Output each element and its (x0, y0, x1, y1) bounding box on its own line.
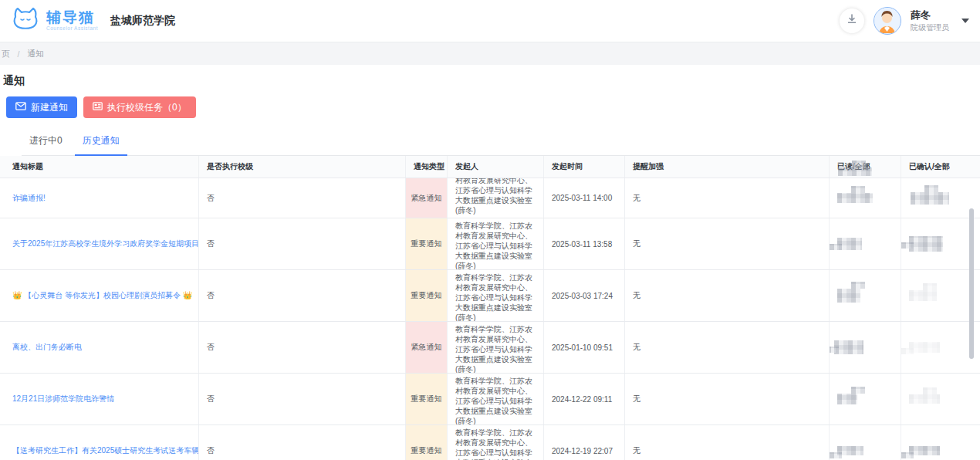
caret-down-icon[interactable] (961, 19, 969, 23)
initiator-cell: 教育科学学院、江苏农村教育发展研究中心、江苏省心理与认知科学大数据重点建设实验室… (448, 374, 544, 424)
censored-confirm-value (909, 446, 940, 455)
censored-confirm-value (911, 192, 949, 205)
censored-confirm-value (909, 342, 940, 353)
notice-type-badge: 重要通知 (406, 374, 448, 424)
initiator-text: 教育科学学院、江苏农村教育发展研究中心、江苏省心理与认知科学大数据重点建设实验室… (455, 324, 536, 373)
notice-type-badge: 紧急通知 (406, 178, 448, 218)
censored-read-value (837, 289, 860, 303)
tab-in-progress[interactable]: 进行中0 (22, 127, 70, 155)
column-header: 已确认/全部 (901, 156, 980, 178)
app-logo[interactable]: 辅导猫 Counselor Assistant (11, 6, 98, 36)
initiator-cell: 教育科学学院、江苏农村教育发展研究中心、江苏省心理与认知科学大数据重点建设实验室… (448, 322, 544, 373)
initiator-cell: 村教育发展研究中心、江苏省心理与认知科学大数据重点建设实验室(薛冬) (448, 178, 544, 218)
read-total-cell (830, 425, 901, 460)
table-scrollbar-thumb[interactable] (969, 208, 974, 359)
start-time-cell: 2024-12-22 09:11 (544, 374, 625, 424)
notice-title-cell: 👑 【心灵舞台 等你发光】校园心理剧演员招募令 👑 (0, 270, 199, 321)
confirm-total-cell (901, 322, 980, 373)
censored-read-value (834, 340, 863, 354)
table-row: 诈骗通报! 否 紧急通知 村教育发展研究中心、江苏省心理与认知科学大数据重点建设… (0, 178, 980, 218)
confirm-total-cell (901, 270, 980, 321)
confirm-total-cell (901, 374, 980, 424)
notice-title-cell: 诈骗通报! (0, 178, 199, 218)
table-row: 关于2025年江苏高校学生境外学习政府奖学金短期项目报... 否 重要通知 教育… (0, 218, 980, 270)
start-time-cell: 2025-01-10 09:51 (544, 322, 625, 373)
page-title: 通知 (3, 74, 980, 88)
breadcrumb: 页 / 通知 (0, 42, 980, 65)
remind-cell: 无 (625, 425, 830, 460)
breadcrumb-current: 通知 (27, 49, 43, 59)
remind-cell: 无 (625, 270, 830, 321)
tab-bar: 进行中0 历史通知 (22, 127, 980, 156)
cat-icon (11, 6, 40, 36)
notice-title-link[interactable]: 【送考研究生工作】有关2025硕士研究生考试送考车辆的... (12, 445, 198, 456)
table-header-row: 通知标题是否执行校级通知类型发起人发起时间提醒加强已读/全部已确认/全部 (0, 156, 980, 178)
column-header: 提醒加强 (625, 156, 830, 178)
top-bar: 辅导猫 Counselor Assistant 盐城师范学院 薛冬 (0, 0, 980, 42)
censored-confirm-value (909, 290, 937, 301)
notice-table: 通知标题是否执行校级通知类型发起人发起时间提醒加强已读/全部已确认/全部 诈骗通… (0, 156, 980, 460)
start-time-cell: 2025-03-03 17:24 (544, 270, 625, 321)
initiator-cell: 教育科学学院、江苏农村教育发展研究中心、江苏省心理与认知科学大数据重点建设实验室… (448, 425, 544, 460)
initiator-text: 村教育发展研究中心、江苏省心理与认知科学大数据重点建设实验室(薛冬) (455, 178, 536, 215)
confirm-total-cell (901, 425, 980, 460)
remind-cell: 无 (625, 374, 830, 424)
initiator-text: 教育科学学院、江苏农村教育发展研究中心、江苏省心理与认知科学大数据重点建设实验室… (455, 428, 536, 460)
app-name: 辅导猫 (46, 10, 98, 25)
task-list-icon (93, 102, 103, 113)
exec-school-cell: 否 (199, 374, 406, 424)
column-header: 发起时间 (544, 156, 625, 178)
notice-title-cell: 关于2025年江苏高校学生境外学习政府奖学金短期项目报... (0, 218, 199, 269)
censored-read-value (837, 238, 862, 250)
exec-school-task-button[interactable]: 执行校级任务（0） (83, 96, 196, 118)
brand-text: 辅导猫 Counselor Assistant (46, 10, 98, 32)
initiator-cell: 教育科学学院、江苏农村教育发展研究中心、江苏省心理与认知科学大数据重点建设实验室… (448, 218, 544, 269)
notice-title-link[interactable]: 诈骗通报! (12, 193, 46, 204)
start-time-cell: 2024-12-19 22:07 (544, 425, 625, 460)
censored-read-value (837, 193, 873, 203)
table-row: 【送考研究生工作】有关2025硕士研究生考试送考车辆的... 否 重要通知 教育… (0, 425, 980, 460)
breadcrumb-home[interactable]: 页 (2, 49, 10, 59)
download-icon (846, 13, 858, 29)
user-info[interactable]: 薛冬 院级管理员 (911, 9, 949, 33)
tab-history[interactable]: 历史通知 (75, 127, 127, 155)
confirm-total-cell (901, 178, 980, 218)
notice-type-badge: 重要通知 (406, 270, 448, 321)
column-header: 是否执行校级 (199, 156, 406, 178)
notice-title-link[interactable]: 12月21日涉师范学院电诈警情 (12, 394, 114, 404)
notice-title-cell: 12月21日涉师范学院电诈警情 (0, 374, 199, 424)
censored-read-value (837, 394, 857, 404)
remind-cell: 无 (625, 218, 830, 269)
table-body: 诈骗通报! 否 紧急通知 村教育发展研究中心、江苏省心理与认知科学大数据重点建设… (0, 178, 980, 460)
notice-title-link[interactable]: 👑 【心灵舞台 等你发光】校园心理剧演员招募令 👑 (12, 290, 192, 301)
remind-cell: 无 (625, 178, 830, 218)
column-header: 通知类型 (406, 156, 448, 178)
avatar[interactable] (874, 7, 901, 35)
notice-type-badge: 紧急通知 (406, 322, 448, 373)
start-time-cell: 2025-03-11 13:58 (544, 218, 625, 269)
column-header: 发起人 (448, 156, 544, 178)
read-total-cell (830, 218, 901, 269)
exec-school-cell: 否 (199, 270, 406, 321)
exec-school-task-label: 执行校级任务（0） (107, 101, 187, 114)
new-notice-label: 新建通知 (31, 101, 68, 114)
notice-type-badge: 重要通知 (406, 218, 448, 269)
notice-type-badge: 重要通知 (406, 425, 448, 460)
top-bar-right: 薛冬 院级管理员 (840, 7, 969, 35)
download-button[interactable] (840, 8, 864, 33)
notice-title-link[interactable]: 离校、出门务必断电 (12, 342, 82, 353)
app-subtitle: Counselor Assistant (46, 26, 98, 32)
start-time-cell: 2025-03-11 14:00 (544, 178, 625, 218)
notice-title-cell: 【送考研究生工作】有关2025硕士研究生考试送考车辆的... (0, 425, 199, 460)
notice-title-cell: 离校、出门务必断电 (0, 322, 199, 373)
censored-confirm-value (909, 394, 940, 404)
notice-title-link[interactable]: 关于2025年江苏高校学生境外学习政府奖学金短期项目报... (12, 238, 198, 249)
censored-value-fragment (838, 167, 872, 176)
confirm-total-cell (901, 218, 980, 269)
censored-confirm-value (909, 236, 943, 252)
exec-school-cell: 否 (199, 322, 406, 373)
envelope-icon (15, 102, 26, 113)
column-header: 通知标题 (0, 156, 199, 178)
table-row: 👑 【心灵舞台 等你发光】校园心理剧演员招募令 👑 否 重要通知 教育科学学院、… (0, 270, 980, 322)
new-notice-button[interactable]: 新建通知 (6, 96, 77, 118)
